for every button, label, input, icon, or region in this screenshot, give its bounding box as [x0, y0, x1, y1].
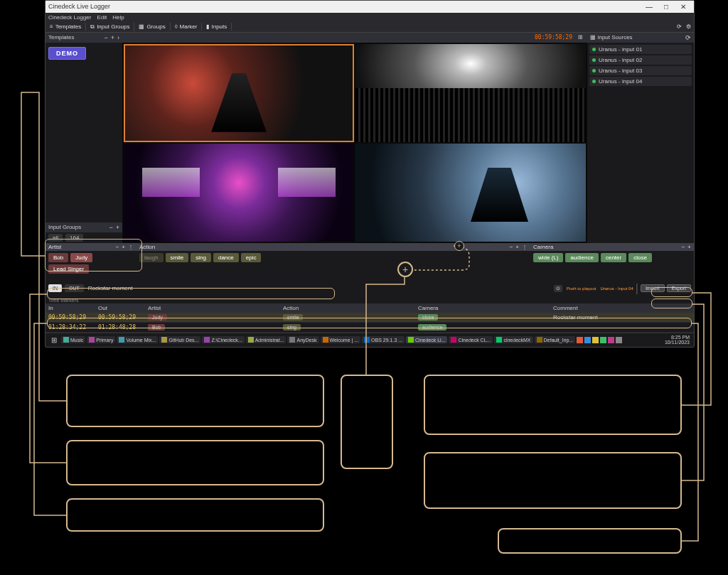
tray-icon[interactable] — [577, 337, 583, 343]
toolbar-groups[interactable]: ▦ Groups — [134, 23, 170, 31]
chevron-icon[interactable]: › — [117, 34, 119, 41]
taskbar-item[interactable]: OBS 29.1.3 ... — [362, 336, 405, 343]
action-tag[interactable]: smile — [166, 253, 189, 262]
col-artist[interactable]: Artist — [145, 303, 280, 313]
action-tag[interactable]: dance — [213, 253, 239, 262]
minus-icon[interactable]: − — [510, 244, 513, 250]
camera-tag[interactable]: wide (L) — [533, 253, 563, 262]
taskbar-item[interactable]: Primary — [87, 336, 115, 343]
system-tray[interactable] — [577, 337, 622, 343]
add-tag-group-button[interactable]: + — [454, 241, 464, 251]
plus-icon[interactable]: + — [687, 244, 691, 250]
taskbar-label: cinedeckMX — [503, 338, 530, 343]
plus-icon[interactable]: + — [122, 244, 125, 250]
tray-icon[interactable] — [584, 337, 591, 343]
taskbar-item[interactable]: AnyDesk — [287, 336, 318, 343]
taskbar-label: AnyDesk — [296, 338, 316, 343]
toolbar-inputs-label: Inputs — [211, 23, 227, 30]
marker-comment-input[interactable] — [87, 284, 328, 293]
taskbar-item[interactable]: Cinedeck CL... — [449, 336, 493, 343]
col-in[interactable]: In — [46, 303, 95, 313]
video-feed-3[interactable] — [124, 144, 354, 242]
action-tag[interactable]: sing — [191, 253, 211, 262]
add-marker-button[interactable]: + — [397, 262, 413, 277]
input-group-164[interactable]: 164 — [65, 234, 83, 242]
video-feed-2[interactable] — [355, 44, 586, 142]
col-comment[interactable]: Comment — [550, 303, 694, 313]
artist-tag[interactable]: Bob — [48, 253, 68, 262]
camera-tag[interactable]: close — [628, 253, 652, 262]
toolbar-inputs[interactable]: ▮ Inputs — [202, 23, 232, 31]
input-source-item[interactable]: Uranus - input 03 — [589, 66, 692, 75]
push-target: Uranus - Input 04 — [600, 286, 633, 291]
tray-icon[interactable] — [592, 337, 599, 343]
callout-box-3 — [66, 498, 324, 532]
minus-icon[interactable]: − — [104, 34, 107, 41]
window-maximize[interactable]: □ — [660, 3, 673, 11]
marker-row[interactable]: 01:28:34;2201:28:48;28Bobsingaudience — [46, 323, 694, 333]
artist-tag[interactable]: Judy — [70, 253, 92, 262]
input-source-item[interactable]: Uranus - input 01 — [589, 45, 692, 54]
cell-out: 01:28:48;28 — [95, 323, 145, 332]
action-tag[interactable]: epic — [241, 253, 262, 262]
minus-icon[interactable]: − — [116, 244, 119, 250]
menu-edit[interactable]: Edit — [97, 14, 107, 21]
start-button[interactable]: ⊞ — [48, 336, 60, 344]
minus-icon[interactable]: − — [682, 244, 685, 250]
camera-tag[interactable]: audience — [565, 253, 598, 262]
export-button[interactable]: Export — [667, 284, 691, 292]
window-close[interactable]: ✕ — [677, 3, 690, 11]
taskbar-item[interactable]: Welcome | ... — [321, 336, 361, 343]
toolbar-templates[interactable]: ≡ Templates — [46, 23, 86, 31]
video-feed-4[interactable] — [355, 144, 586, 242]
artist-tag[interactable]: Lead Singer — [48, 264, 89, 274]
import-button[interactable]: Import — [641, 284, 665, 292]
grid-layout-icon[interactable]: ⊞ — [578, 34, 583, 41]
plus-icon[interactable]: + — [111, 34, 114, 41]
toolbar-marker[interactable]: ◊ Marker — [171, 23, 203, 31]
app-icon — [408, 337, 414, 343]
action-tag[interactable]: laugh — [139, 253, 164, 262]
toolbar-input-groups[interactable]: ⧉ Input Groups — [86, 23, 134, 31]
menu-help[interactable]: Help — [112, 14, 124, 21]
col-action[interactable]: Action — [280, 303, 415, 313]
input-source-item[interactable]: Uranus - input 02 — [589, 55, 692, 65]
cell-out: 00:59:58;29 — [95, 313, 145, 322]
app-icon — [537, 337, 542, 343]
clock-time: 8:25 PM — [665, 335, 690, 340]
window-minimize[interactable]: — — [643, 3, 655, 11]
marker-row[interactable]: 00:59:58;2900:59:58;29JudysmilecloseRock… — [46, 313, 694, 323]
taskbar-item[interactable]: Default_Inp... — [535, 336, 576, 343]
plus-icon[interactable]: + — [515, 244, 519, 250]
refresh-icon[interactable]: ⟳ — [685, 34, 691, 41]
plus-icon[interactable]: + — [116, 224, 119, 231]
video-feed-1[interactable] — [124, 44, 354, 142]
settings-icon[interactable]: ⚙ — [686, 23, 691, 30]
tray-icon[interactable] — [616, 337, 622, 343]
taskbar-clock[interactable]: 8:25 PM 10/11/2023 — [665, 335, 691, 345]
mark-in-button[interactable]: IN — [48, 284, 62, 292]
mark-out-button[interactable]: OUT — [65, 284, 84, 292]
tray-icon[interactable] — [608, 337, 614, 343]
template-demo-button[interactable]: DEMO — [48, 47, 86, 60]
menu-app[interactable]: Cinedeck Logger — [48, 14, 91, 21]
col-camera[interactable]: Camera — [415, 303, 550, 313]
taskbar-item[interactable]: Volume Mix... — [117, 336, 158, 343]
col-out[interactable]: Out — [95, 303, 145, 313]
more-icon[interactable]: ⋮ — [128, 244, 134, 250]
refresh-icon[interactable]: ⟳ — [677, 23, 682, 30]
camera-tag[interactable]: center — [601, 253, 626, 262]
push-toggle[interactable]: ⊙ — [554, 285, 562, 292]
input-group-all[interactable]: all — [48, 234, 63, 242]
more-icon[interactable]: ⋮ — [522, 244, 528, 250]
input-source-item[interactable]: Uranus - input 04 — [589, 77, 692, 86]
taskbar-item[interactable]: Music — [61, 336, 85, 343]
taskbar-item[interactable]: GitHub Des... — [159, 336, 200, 343]
taskbar-item[interactable]: cinedeckMX — [494, 336, 532, 343]
minus-icon[interactable]: − — [109, 224, 112, 231]
taskbar-item[interactable]: Cinedeck Li... — [406, 336, 447, 343]
source-label: Uranus - input 01 — [599, 46, 642, 53]
taskbar-item[interactable]: Z:\Cinedeck... — [202, 336, 244, 343]
tray-icon[interactable] — [600, 337, 606, 343]
taskbar-item[interactable]: Administrat... — [246, 336, 287, 343]
